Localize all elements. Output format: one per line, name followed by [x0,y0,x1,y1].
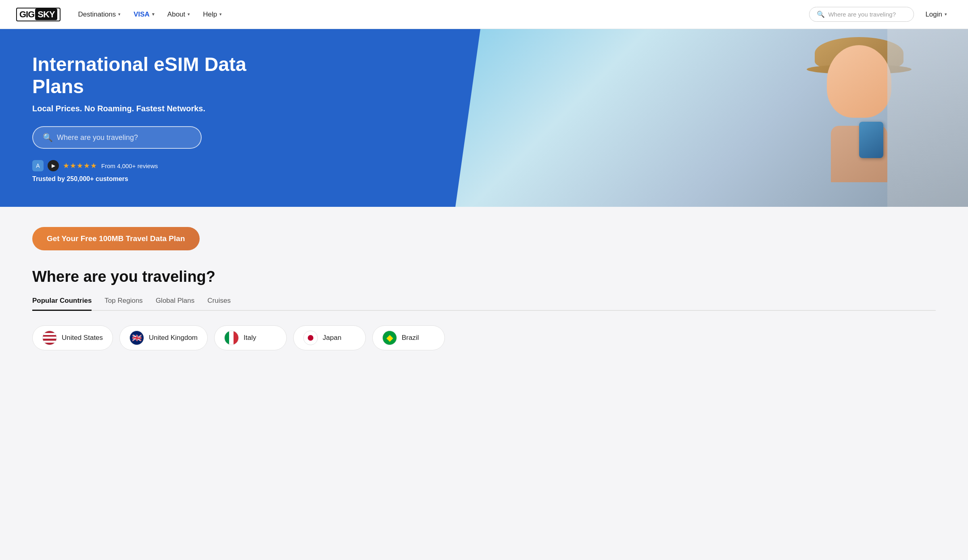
person-body [831,126,887,182]
flag-jp-icon [303,331,318,345]
hero-subtitle: Local Prices. No Roaming. Fastest Networ… [32,104,258,113]
country-card-uk[interactable]: 🇬🇧 United Kingdom [119,325,208,350]
country-card-jp[interactable]: Japan [293,325,366,350]
main-content: Get Your Free 100MB Travel Data Plan Whe… [0,207,968,371]
nav-right: 🔍 Where are you traveling? Login ▾ [809,7,952,22]
nav-destinations[interactable]: Destinations ▾ [73,7,126,22]
section-title: Where are you traveling? [32,268,936,285]
flag-us-icon [42,331,57,345]
search-icon: 🔍 [43,133,53,142]
country-name-br: Brazil [402,334,419,342]
flag-uk-icon: 🇬🇧 [129,331,144,345]
tab-top-regions[interactable]: Top Regions [104,297,143,311]
navbar-search[interactable]: 🔍 Where are you traveling? [809,7,914,22]
nav-help[interactable]: Help ▾ [198,7,227,22]
hero-search-input[interactable]: 🔍 Where are you traveling? [32,126,202,149]
country-card-us[interactable]: United States [32,325,113,350]
country-name-jp: Japan [323,334,341,342]
logo-gig: GIGSKY [16,8,60,21]
nav-about[interactable]: About ▾ [163,7,195,22]
hero-content: International eSIM Data Plans Local Pric… [0,29,282,207]
country-cards-list: United States 🇬🇧 United Kingdom Italy Ja… [32,325,936,350]
flag-it-icon [224,331,239,345]
tab-cruises[interactable]: Cruises [207,297,231,311]
chevron-down-icon: ▾ [945,12,947,17]
nav-links: Destinations ▾ VISA ▾ About ▾ Help ▾ [73,7,809,22]
country-name-it: Italy [244,334,256,342]
building-background [887,29,968,207]
person-head [827,45,891,118]
review-count-text: From 4,000+ reviews [101,162,158,169]
navbar: GIGSKY Destinations ▾ VISA ▾ About ▾ Hel… [0,0,968,29]
country-card-br[interactable]: Brazil [372,325,445,350]
logo[interactable]: GIGSKY [16,8,60,21]
trusted-text: Trusted by 250,000+ customers [32,175,258,183]
app-store-icon: A [32,160,44,171]
chevron-down-icon: ▾ [152,12,154,17]
tab-global-plans[interactable]: Global Plans [156,297,194,311]
free-plan-button[interactable]: Get Your Free 100MB Travel Data Plan [32,227,200,250]
play-store-icon: ▶ [48,160,59,171]
country-name-uk: United Kingdom [149,334,198,342]
hero-search-placeholder: Where are you traveling? [57,133,138,142]
hero-reviews: A ▶ ★★★★★ From 4,000+ reviews [32,160,258,171]
login-button[interactable]: Login ▾ [920,7,952,22]
hero-section: International eSIM Data Plans Local Pric… [0,29,968,207]
search-icon: 🔍 [817,10,825,18]
nav-visa[interactable]: VISA ▾ [129,7,159,22]
star-rating: ★★★★★ [63,161,97,170]
person-phone [859,122,883,158]
chevron-down-icon: ▾ [219,12,222,17]
country-card-it[interactable]: Italy [214,325,287,350]
destination-tabs: Popular Countries Top Regions Global Pla… [32,297,936,311]
search-placeholder-text: Where are you traveling? [828,11,896,18]
chevron-down-icon: ▾ [118,12,121,17]
hero-title: International eSIM Data Plans [32,53,258,98]
tab-popular-countries[interactable]: Popular Countries [32,297,92,311]
chevron-down-icon: ▾ [188,12,190,17]
hero-background [436,29,968,207]
flag-br-icon [382,331,397,345]
hero-image [436,29,968,207]
country-name-us: United States [62,334,103,342]
